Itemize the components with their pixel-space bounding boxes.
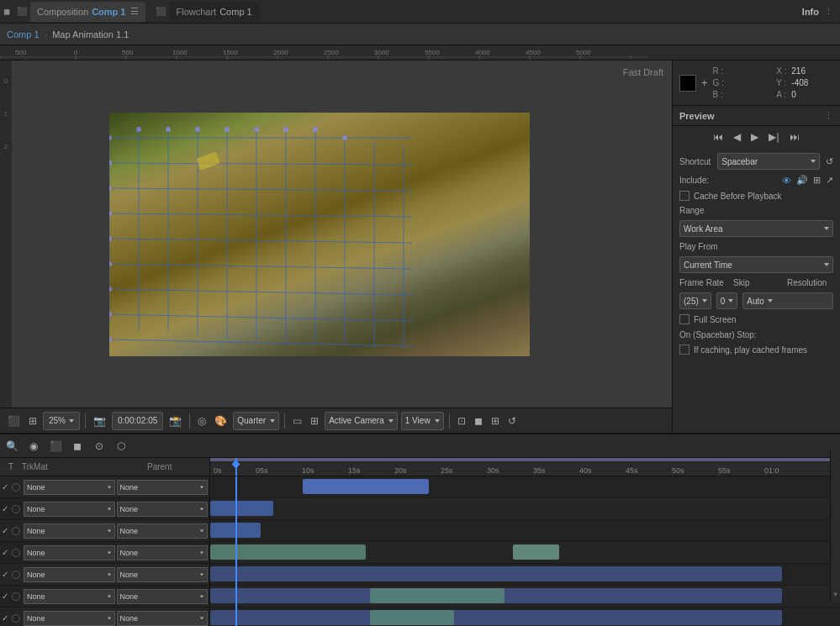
on-stop-label: On (Spacebar) Stop: bbox=[679, 330, 757, 339]
parent-header: Parent bbox=[147, 462, 206, 471]
tab-flowchart-comp1[interactable]: Flowchart Comp 1 bbox=[169, 2, 258, 22]
time-display[interactable]: 0:00:02:05 bbox=[112, 412, 163, 430]
composition-preview[interactable] bbox=[109, 113, 530, 356]
tab-flowchart-name: Comp 1 bbox=[219, 7, 252, 17]
camera-view-dropdown[interactable]: Active Camera bbox=[325, 412, 398, 430]
tl-search-btn[interactable]: 🔍 bbox=[3, 438, 20, 455]
play-btn[interactable]: ▶ bbox=[748, 129, 761, 145]
track-row-3[interactable] bbox=[210, 520, 840, 542]
color-plus-icon[interactable]: + bbox=[701, 76, 708, 89]
safe-zones-btn[interactable]: ⊡ bbox=[455, 412, 468, 430]
scroll-down-icon[interactable]: ▼ bbox=[832, 591, 839, 598]
tab-composition-comp1[interactable]: Composition Comp 1 ☰ bbox=[30, 2, 145, 22]
skip-to-end-btn[interactable]: ⏭ bbox=[787, 129, 802, 145]
tl-layer-row: ✓ None None bbox=[0, 564, 209, 586]
r-label: R : bbox=[713, 66, 725, 76]
grid-icon[interactable]: ⊞ bbox=[308, 412, 321, 430]
view-toggle-btn[interactable]: ⬛ bbox=[5, 412, 23, 430]
play-from-dropdown[interactable]: Current Time bbox=[679, 256, 833, 273]
fullscreen-label: Full Screen bbox=[694, 315, 737, 324]
cache-checkbox[interactable] bbox=[679, 191, 689, 201]
track-row-4[interactable] bbox=[210, 542, 840, 564]
track-row-6[interactable] bbox=[210, 586, 840, 608]
track-row-5[interactable] bbox=[210, 564, 840, 586]
tl-scroll-right[interactable]: ▼ bbox=[830, 458, 840, 602]
reset-icon[interactable]: ↺ bbox=[826, 156, 833, 167]
tl-mask-btn[interactable]: ◼ bbox=[69, 438, 86, 455]
solo-btn-7[interactable] bbox=[12, 614, 20, 623]
trkmat-dropdown-2[interactable]: None bbox=[24, 502, 115, 517]
layout-dropdown[interactable]: 1 View bbox=[401, 412, 444, 430]
prev-frame-btn[interactable]: ◀ bbox=[731, 129, 743, 145]
screenshot-btn[interactable]: 📸 bbox=[166, 412, 184, 430]
camera-icon[interactable]: 📷 bbox=[91, 412, 108, 430]
fullscreen-checkbox[interactable] bbox=[679, 314, 689, 324]
range-dropdown[interactable]: Work Area bbox=[679, 220, 833, 237]
trkmat-dropdown-3[interactable]: None bbox=[24, 523, 115, 539]
svg-text:40s: 40s bbox=[579, 466, 592, 475]
svg-text:2500: 2500 bbox=[324, 49, 339, 56]
solo-btn-4[interactable] bbox=[12, 549, 20, 557]
parent-dropdown-6[interactable]: None bbox=[117, 589, 209, 604]
if-caching-checkbox[interactable] bbox=[679, 345, 689, 355]
tl-layer-btn[interactable]: ◉ bbox=[25, 438, 42, 455]
breadcrumb-item1[interactable]: Comp 1 bbox=[7, 29, 40, 39]
quality-dropdown[interactable]: Quarter bbox=[233, 412, 279, 430]
a-label: A : bbox=[776, 90, 788, 99]
preview-menu-icon[interactable]: ⋮ bbox=[824, 110, 833, 121]
tab-menu-icon[interactable]: ☰ bbox=[130, 6, 139, 17]
skip-to-start-btn[interactable]: ⏮ bbox=[711, 129, 726, 145]
trkmat-dropdown-4[interactable]: None bbox=[24, 545, 115, 560]
refresh-btn[interactable]: ↺ bbox=[505, 412, 519, 430]
timeline-ruler[interactable]: 0s 05s 10s 15s 20s 25s 30s 35s 40s 45s 5… bbox=[210, 458, 840, 476]
trkmat-dropdown-5[interactable]: None bbox=[24, 567, 115, 582]
breadcrumb-item2[interactable]: Map Animation 1.1 bbox=[52, 29, 129, 39]
track-row-1[interactable] bbox=[210, 476, 840, 498]
info-menu-icon[interactable]: ⋮ bbox=[824, 6, 833, 17]
resolution-dropdown[interactable]: Auto bbox=[742, 292, 833, 309]
solo-btn-6[interactable] bbox=[12, 592, 20, 601]
trkmat-dropdown-1[interactable]: None bbox=[24, 480, 115, 495]
parent-dropdown-1[interactable]: None bbox=[117, 480, 209, 495]
audio-include-icon[interactable]: 🔊 bbox=[796, 175, 808, 186]
range-row: Range bbox=[679, 206, 833, 215]
track-row-7[interactable] bbox=[210, 608, 840, 626]
color-icon[interactable]: 🎨 bbox=[212, 412, 230, 430]
trkmat-chevron-7 bbox=[107, 617, 110, 619]
frame-rate-dropdown[interactable]: (25) bbox=[679, 292, 711, 309]
tl-effect-btn[interactable]: ⊙ bbox=[91, 438, 108, 455]
skip-dropdown[interactable]: 0 bbox=[716, 292, 738, 309]
parent-dropdown-7[interactable]: None bbox=[117, 611, 209, 626]
tl-shape-btn[interactable]: ⬡ bbox=[113, 438, 129, 455]
timeline-area: 🔍 ◉ ⬛ ◼ ⊙ ⬡ T TrkMat Parent ✓ bbox=[0, 433, 840, 626]
parent-dropdown-4[interactable]: None bbox=[117, 545, 209, 560]
tl-track-area[interactable] bbox=[210, 476, 840, 626]
svg-point-60 bbox=[109, 287, 112, 292]
layers-btn[interactable]: ⊞ bbox=[489, 412, 502, 430]
solo-btn-1[interactable] bbox=[12, 483, 20, 492]
parent-dropdown-2[interactable]: None bbox=[117, 502, 209, 517]
trkmat-dropdown-7[interactable]: None bbox=[24, 611, 115, 626]
track-row-2[interactable] bbox=[210, 498, 840, 520]
svg-point-50 bbox=[254, 127, 259, 132]
video-include-icon[interactable]: 👁 bbox=[782, 176, 791, 186]
export-include-icon[interactable]: ↗ bbox=[826, 175, 833, 186]
parent-dropdown-5[interactable]: None bbox=[117, 567, 209, 582]
solo-btn-5[interactable] bbox=[12, 571, 20, 579]
parent-dropdown-3[interactable]: None bbox=[117, 523, 209, 539]
next-frame-btn[interactable]: ▶| bbox=[766, 129, 781, 145]
svg-text:4500: 4500 bbox=[526, 49, 541, 56]
correction-icon[interactable]: ◎ bbox=[195, 412, 209, 430]
region-icon[interactable]: ▭ bbox=[290, 412, 304, 430]
solo-btn-2[interactable] bbox=[12, 505, 20, 513]
trkmat-dropdown-6[interactable]: None bbox=[24, 589, 115, 604]
tl-solid-btn[interactable]: ⬛ bbox=[47, 438, 64, 455]
viewport-area[interactable]: Fast Draft 0 1 2 bbox=[0, 60, 672, 408]
zoom-dropdown[interactable]: 25% bbox=[43, 412, 80, 430]
shortcut-dropdown[interactable]: Spacebar bbox=[717, 153, 820, 170]
color-swatch[interactable] bbox=[679, 75, 696, 92]
solo-btn-3[interactable] bbox=[12, 527, 20, 535]
mask-btn[interactable]: ◼ bbox=[472, 412, 485, 430]
view-options-btn[interactable]: ⊞ bbox=[26, 412, 40, 430]
overflow-include-icon[interactable]: ⊞ bbox=[813, 175, 821, 186]
